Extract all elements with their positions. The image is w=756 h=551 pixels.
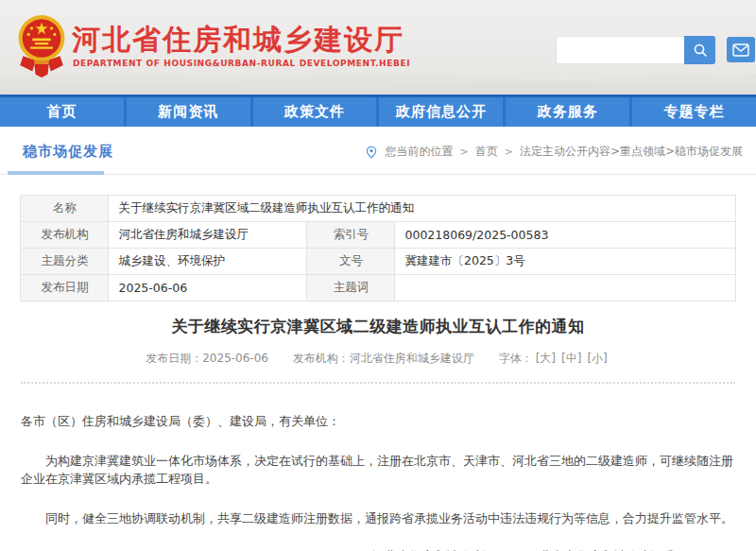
subheader: 稳市场促发展 您当前的位置 > 首页 > 法定主动公开内容>重点领域>稳市场促发…	[0, 129, 756, 175]
field-value-keywords	[395, 275, 735, 301]
field-label-topic: 主题分类	[21, 249, 109, 275]
nav-item-news[interactable]: 新闻资讯	[127, 97, 250, 127]
field-label-index: 索引号	[307, 222, 395, 249]
location-pin-icon	[365, 146, 378, 159]
search-input[interactable]	[556, 36, 684, 64]
article: 关于继续实行京津冀区域二级建造师执业互认工作的通知 发布日期：2025-06-0…	[21, 316, 735, 551]
field-value-index: 000218069/2025-00583	[395, 222, 735, 249]
article-title: 关于继续实行京津冀区域二级建造师执业互认工作的通知	[21, 316, 735, 337]
font-size-large-button[interactable]: [大]	[536, 352, 556, 365]
salutation-paragraph: 各市（区）住房和城乡建设局（委）、建设局，有关单位：	[21, 412, 735, 431]
breadcrumb-separator: >	[459, 146, 468, 158]
field-label-date: 发布日期	[21, 275, 109, 301]
table-row: 发布日期 2025-06-06 主题词	[21, 275, 735, 301]
search-button[interactable]	[684, 36, 715, 64]
document-info-table: 名称 关于继续实行京津冀区域二级建造师执业互认工作的通知 发布机构 河北省住房和…	[20, 195, 735, 301]
body-paragraph: 为构建京津冀建筑业一体化市场体系，决定在试行的基础上，注册在北京市、天津市、河北…	[21, 452, 735, 489]
field-value-issuer: 河北省住房和城乡建设厅	[109, 222, 307, 249]
field-value-date: 2025-06-06	[109, 275, 307, 301]
field-label-keywords: 主题词	[307, 275, 395, 301]
field-label-issuer: 发布机构	[21, 222, 109, 249]
search-icon	[693, 43, 708, 58]
field-label-name: 名称	[21, 196, 109, 222]
dotted-divider	[21, 382, 735, 384]
breadcrumb-path[interactable]: 法定主动公开内容>重点领域>稳市场促发展	[520, 144, 743, 160]
section-tab[interactable]: 稳市场促发展	[23, 143, 113, 161]
nav-item-gov-info[interactable]: 政府信息公开	[379, 97, 503, 127]
nav-item-special[interactable]: 专题专栏	[632, 97, 756, 127]
search-bar	[556, 36, 715, 64]
mail-icon	[732, 43, 749, 57]
table-row: 名称 关于继续实行京津冀区域二级建造师执业互认工作的通知	[21, 196, 735, 222]
site-subtitle: DEPARTMENT OF HOUSING&URBAN-RURAL DEVELO…	[73, 59, 410, 68]
nav-item-policy[interactable]: 政策文件	[253, 97, 377, 127]
field-value-docnum: 冀建建市〔2025〕3号	[395, 249, 735, 275]
meta-org-value: 河北省住房和城乡建设厅	[350, 352, 474, 365]
article-meta: 发布日期：2025-06-06 发布机构：河北省住房和城乡建设厅 字体：[大][…	[21, 351, 735, 367]
body-paragraph: 同时，健全三地协调联动机制，共享二级建造师注册数据，通报跨省承揽业务活动中违法违…	[21, 509, 735, 528]
tab-underline	[8, 171, 104, 175]
article-body: 各市（区）住房和城乡建设局（委）、建设局，有关单位： 为构建京津冀建筑业一体化市…	[21, 412, 735, 527]
nav-item-services[interactable]: 政务服务	[506, 97, 629, 127]
breadcrumb: 您当前的位置 > 首页 > 法定主动公开内容>重点领域>稳市场促发展	[365, 144, 743, 160]
table-row: 主题分类 城乡建设、环境保护 文号 冀建建市〔2025〕3号	[21, 249, 735, 275]
meta-org-label: 发布机构：	[293, 352, 350, 365]
font-size-medium-button[interactable]: [中]	[561, 352, 581, 365]
field-value-topic: 城乡建设、环境保护	[109, 249, 307, 275]
meta-date-label: 发布日期：	[146, 352, 202, 365]
nav-item-home[interactable]: 首页	[0, 97, 124, 127]
site-header: 河北省住房和城乡建设厅 DEPARTMENT OF HOUSING&URBAN-…	[0, 0, 756, 95]
site-title: 河北省住房和城乡建设厅	[72, 21, 404, 60]
main-nav: 首页 新闻资讯 政策文件 政府信息公开 政务服务 专题专栏	[0, 95, 756, 127]
font-size-small-button[interactable]: [小]	[587, 352, 607, 365]
breadcrumb-home[interactable]: 首页	[475, 144, 498, 160]
breadcrumb-separator: >	[505, 146, 513, 158]
field-label-docnum: 文号	[307, 249, 395, 275]
field-value-name: 关于继续实行京津冀区域二级建造师执业互认工作的通知	[109, 196, 735, 222]
meta-font-label: 字体：	[499, 352, 533, 365]
mail-button[interactable]	[727, 37, 755, 62]
table-row: 发布机构 河北省住房和城乡建设厅 索引号 000218069/2025-0058…	[21, 222, 735, 249]
meta-date-value: 2025-06-06	[202, 352, 268, 365]
national-emblem-icon[interactable]	[17, 12, 66, 84]
breadcrumb-prefix: 您当前的位置	[385, 144, 453, 160]
